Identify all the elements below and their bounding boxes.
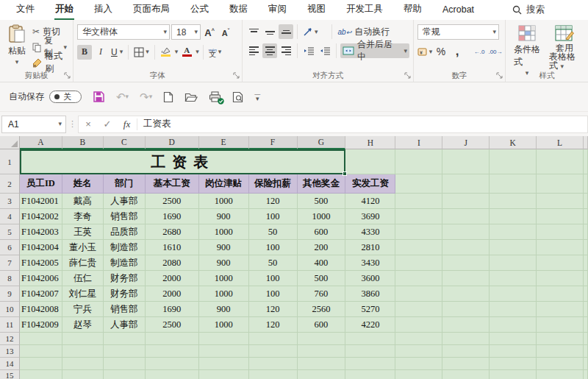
cell-J14[interactable]: [442, 358, 490, 370]
row-header-2[interactable]: 2: [0, 174, 20, 194]
cell-A11[interactable]: F1042009: [20, 317, 62, 333]
cell-F15[interactable]: [249, 370, 298, 379]
cell-K4[interactable]: [490, 209, 537, 224]
cell-C6[interactable]: 制造部: [104, 240, 146, 255]
cell-C8[interactable]: 财务部: [104, 271, 146, 286]
cell-J6[interactable]: [442, 240, 490, 255]
cell-I8[interactable]: [395, 271, 442, 286]
row-header-11[interactable]: 11: [0, 317, 20, 333]
cell-H15[interactable]: [345, 370, 395, 379]
cell-L15[interactable]: [537, 370, 584, 379]
cell-D10[interactable]: 1690: [146, 302, 199, 317]
cell-H1[interactable]: [345, 149, 395, 174]
row-header-1[interactable]: 1: [0, 149, 20, 174]
cell-L14[interactable]: [537, 358, 584, 370]
cell-A10[interactable]: F1042008: [20, 302, 62, 317]
cell-H6[interactable]: 2810: [345, 240, 395, 255]
cell-J10[interactable]: [442, 302, 490, 317]
align-center-icon[interactable]: [262, 43, 277, 58]
cell-I4[interactable]: [395, 209, 442, 224]
cell-G14[interactable]: [298, 358, 346, 370]
font-dialog-launcher[interactable]: [233, 72, 240, 79]
column-header-J[interactable]: J: [442, 136, 490, 149]
autosave-toggle[interactable]: 关: [49, 91, 82, 103]
cell-I15[interactable]: [395, 370, 442, 379]
cell-L12[interactable]: [537, 333, 584, 345]
cell-H3[interactable]: 4120: [345, 194, 395, 209]
cell-D6[interactable]: 1610: [146, 240, 199, 255]
cell-E8[interactable]: 1000: [199, 271, 249, 286]
cell-I11[interactable]: [395, 317, 442, 333]
number-format-combo[interactable]: 常规 ▾: [417, 24, 499, 40]
font-color-button[interactable]: A: [179, 44, 194, 60]
cell-A6[interactable]: F1042004: [20, 240, 62, 255]
cell-F9[interactable]: 100: [249, 286, 298, 302]
column-header-E[interactable]: E: [199, 136, 249, 149]
cell-K5[interactable]: [490, 224, 537, 240]
cell-C5[interactable]: 品质部: [104, 224, 146, 240]
cell-H4[interactable]: 3690: [345, 209, 395, 224]
cell-A15[interactable]: [20, 370, 62, 379]
decrease-decimal-button[interactable]: ←.0: [472, 44, 487, 59]
row-header-9[interactable]: 9: [0, 286, 20, 302]
increase-indent-icon[interactable]: [318, 43, 332, 58]
column-header-C[interactable]: C: [104, 136, 146, 149]
column-header-F[interactable]: F: [249, 136, 298, 149]
cell-F5[interactable]: 50: [249, 224, 298, 240]
cell-I7[interactable]: [395, 255, 442, 271]
cell-I3[interactable]: [395, 194, 442, 209]
cell-L2[interactable]: [537, 174, 584, 194]
cell-A14[interactable]: [20, 358, 62, 370]
qat-customize-button[interactable]: — ▾: [254, 92, 260, 102]
tab-文件[interactable]: 文件: [6, 0, 45, 20]
cell-G3[interactable]: 500: [298, 194, 346, 209]
paste-dropdown-arrow[interactable]: ▾: [15, 59, 19, 65]
percent-style-button[interactable]: %: [434, 44, 448, 59]
align-bottom-icon[interactable]: [279, 24, 293, 39]
cell-K14[interactable]: [490, 358, 537, 370]
cell-K11[interactable]: [490, 317, 537, 333]
cell-K9[interactable]: [490, 286, 537, 302]
cell-H9[interactable]: 3860: [345, 286, 395, 302]
cell-F13[interactable]: [249, 345, 298, 358]
number-dialog-launcher[interactable]: [496, 72, 503, 79]
cell-K6[interactable]: [490, 240, 537, 255]
cell-L6[interactable]: [537, 240, 584, 255]
cell-F7[interactable]: 50: [249, 255, 298, 271]
cell-K3[interactable]: [490, 194, 537, 209]
select-all-button[interactable]: [0, 136, 20, 149]
cell-E12[interactable]: [199, 333, 249, 345]
cell-L7[interactable]: [537, 255, 584, 271]
cell-C4[interactable]: 销售部: [104, 209, 146, 224]
font-name-combo[interactable]: 华文楷体 ▾: [77, 24, 170, 40]
tab-开发工具[interactable]: 开发工具: [336, 0, 393, 20]
cell-H5[interactable]: 4330: [345, 224, 395, 240]
cell-L9[interactable]: [537, 286, 584, 302]
cell-E13[interactable]: [199, 345, 249, 358]
row-header-4[interactable]: 4: [0, 209, 20, 224]
cell-D14[interactable]: [146, 358, 199, 370]
cell-L5[interactable]: [537, 224, 584, 240]
new-file-button[interactable]: [163, 91, 173, 103]
cell-B9[interactable]: 刘仁星: [62, 286, 104, 302]
cell-F3[interactable]: 120: [249, 194, 298, 209]
column-header-A[interactable]: A: [20, 136, 62, 149]
cell-H7[interactable]: 3430: [345, 255, 395, 271]
cell-J9[interactable]: [442, 286, 490, 302]
cell-J5[interactable]: [442, 224, 490, 240]
alignment-dialog-launcher[interactable]: [404, 72, 412, 79]
align-top-icon[interactable]: [246, 24, 261, 39]
cell-B3[interactable]: 戴高: [62, 194, 104, 209]
cell-C13[interactable]: [104, 345, 146, 358]
cell-I12[interactable]: [395, 333, 442, 345]
cell-I6[interactable]: [395, 240, 442, 255]
increase-decimal-button[interactable]: .00→: [488, 44, 503, 59]
cell-L10[interactable]: [537, 302, 584, 317]
cell-K15[interactable]: [490, 370, 537, 379]
cell-K12[interactable]: [490, 333, 537, 345]
cell-J1[interactable]: [442, 149, 490, 174]
cell-F4[interactable]: 100: [249, 209, 298, 224]
header-cell-E2[interactable]: 岗位津贴: [199, 174, 249, 194]
redo-button[interactable]: ↷▾: [140, 91, 152, 104]
cell-K2[interactable]: [490, 174, 537, 194]
